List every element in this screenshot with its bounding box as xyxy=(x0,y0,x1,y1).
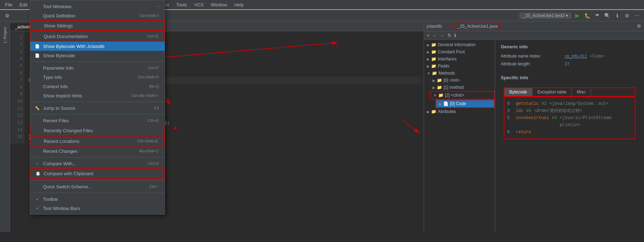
attr-label-name-index: Attribute name index: xyxy=(501,54,565,59)
menu-vcs[interactable]: VCS xyxy=(190,1,207,9)
menu-compare-with[interactable]: ↔ Compare With... Ctrl+D xyxy=(30,159,165,168)
jclasslib-nav: × ← → ↻ ℹ xyxy=(424,31,644,40)
tree-folder-interfaces: 📁 xyxy=(431,57,436,61)
recent-files-label: Recent Files xyxy=(43,118,145,123)
menu-type-info[interactable]: Type Info Ctrl+Shift+P xyxy=(30,72,165,82)
run-config[interactable]: _25_ActiveUse1.test3 ▾ xyxy=(519,12,571,19)
tree-arrow-code: ▶ xyxy=(439,102,442,106)
tree-item-clinit[interactable]: ▼ 📁 [2] <clinit> xyxy=(430,91,495,100)
tool-window-bars-label: Tool Window Bars xyxy=(43,206,159,211)
menu-file[interactable]: File xyxy=(1,1,16,9)
project-tab[interactable]: 1: Project xyxy=(1,24,9,46)
bc-comment-5: <java/io/PrintStream. println> xyxy=(560,114,632,129)
separator-5 xyxy=(30,180,165,181)
menu-context-info[interactable]: Context Info Alt+Q xyxy=(30,82,165,91)
bytecode-tab-misc[interactable]: Misc xyxy=(572,88,591,96)
menu-quick-definition[interactable]: Quick Definition Ctrl+Shift+I xyxy=(30,11,165,20)
show-implicit-hints-icon xyxy=(34,93,40,98)
separator-1 xyxy=(30,61,165,62)
debug-button[interactable]: 🐛 xyxy=(583,11,591,20)
tree-item-methods[interactable]: ▼ 📁 Methods xyxy=(424,70,495,77)
tree-item-general[interactable]: ▶ 📁 General Information xyxy=(424,41,495,48)
quick-doc-label: Quick Documentation xyxy=(44,34,144,39)
menu-show-bytecode-jclasslib[interactable]: 📄 Show Bytecode With Jclasslib xyxy=(30,42,165,51)
menu-tool-window-bars[interactable]: ✓ Tool Window Bars xyxy=(30,204,165,213)
separator-2 xyxy=(30,102,165,102)
jclasslib-filename: _25_ActiveUse1.java xyxy=(454,23,501,30)
tree-item-init[interactable]: ▶ 📁 [0] <init> xyxy=(430,77,495,84)
jclasslib-header: jclasslib: → _25_ActiveUse1.java ⚙ xyxy=(424,21,644,31)
jclasslib-close-icon[interactable]: × xyxy=(427,33,430,38)
menu-window[interactable]: Window xyxy=(207,1,231,9)
specific-info-title: Specific info xyxy=(501,75,638,80)
jclasslib-settings-icon[interactable]: ⚙ xyxy=(637,23,641,29)
tree-arrow-method: ▶ xyxy=(433,86,435,90)
cursor-marker: ● xyxy=(173,125,177,132)
menu-recently-changed[interactable]: Recently Changed Files xyxy=(30,125,165,136)
tree-item-fields[interactable]: ▶ 📁 Fields xyxy=(424,63,495,70)
context-info-shortcut: Alt+Q xyxy=(149,84,159,88)
tree-arrow-interfaces: ▶ xyxy=(427,57,430,61)
menu-help[interactable]: Help xyxy=(231,1,247,9)
menu-show-siblings[interactable]: Show Siblings xyxy=(30,20,165,31)
quick-doc-shortcut: Ctrl+Q xyxy=(147,34,158,38)
bc-line-0: 0 getstatic #2 <java/lang/System. out> xyxy=(507,100,632,107)
tree-item-attributes[interactable]: ▶ 📁 Attributes xyxy=(424,108,495,115)
compare-with-icon: ↔ xyxy=(34,161,40,166)
attr-row-name-index: Attribute name index: cp_info #11 <Code> xyxy=(501,54,638,59)
separator-6 xyxy=(30,193,165,193)
menu-recent-files[interactable]: Recent Files Ctrl+E xyxy=(30,116,165,125)
show-bytecode-jclasslib-label: Show Bytecode With Jclasslib xyxy=(43,44,159,49)
show-bytecode-jclasslib-icon: 📄 xyxy=(34,43,40,49)
toolbar-settings[interactable]: ⚙ xyxy=(623,11,631,20)
toolbar-extra[interactable]: ⋯ xyxy=(633,11,641,20)
run-button[interactable]: ▶ xyxy=(573,11,581,20)
bc-op-5: invokevirtual xyxy=(516,114,549,129)
menu-edit[interactable]: Edit xyxy=(16,1,31,9)
menu-compare-clipboard[interactable]: 📋 Compare with Clipboard xyxy=(30,168,165,179)
type-info-shortcut: Ctrl+Shift+P xyxy=(138,75,159,79)
jclasslib-nav-forward-icon[interactable]: → xyxy=(440,33,445,38)
menu-toolbar[interactable]: ✓ Toolbar xyxy=(30,194,165,204)
tree-folder-fields: 📁 xyxy=(431,64,436,69)
menu-tools[interactable]: Tools xyxy=(173,1,190,9)
jclasslib-nav-back-icon[interactable]: ← xyxy=(433,33,437,38)
toolbar-info[interactable]: ℹ xyxy=(613,11,621,20)
menu-quick-documentation[interactable]: Quick Documentation Ctrl+Q xyxy=(30,31,165,42)
tree-folder-attributes: 📁 xyxy=(431,109,436,114)
recent-changes-label: Recent Changes xyxy=(43,149,136,154)
bytecode-tab-bytecode[interactable]: Bytecode xyxy=(504,88,532,96)
jump-to-source-icon: ✏️ xyxy=(34,105,40,111)
bytecode-tabs-row: Bytecode Exception table Misc xyxy=(504,87,635,97)
jclasslib-info-icon[interactable]: ℹ xyxy=(454,33,456,38)
coverage-button[interactable]: ☂ xyxy=(593,11,601,20)
tree-label-clinit: [2] <clinit> xyxy=(445,93,465,98)
tree-item-method[interactable]: ▶ 📁 [1] method xyxy=(430,84,495,91)
jclasslib-refresh-icon[interactable]: ↻ xyxy=(447,33,451,38)
compare-with-label: Compare With... xyxy=(43,161,145,166)
menu-recent-locations[interactable]: Recent Locations Ctrl+Shift+E xyxy=(30,136,165,146)
show-siblings-label: Show Siblings xyxy=(44,23,158,28)
tree-label-general: General Information xyxy=(438,42,476,47)
menu-show-bytecode[interactable]: 📄 Show Bytecode xyxy=(30,51,165,60)
menu-show-implicit-hints[interactable]: Show Implicit Hints Ctrl+Alt+Shift+= xyxy=(30,91,165,100)
menu-parameter-info[interactable]: Parameter Info Ctrl+P xyxy=(30,63,165,72)
bytecode-tab-exception[interactable]: Exception table xyxy=(532,88,572,96)
toolbar-search[interactable]: 🔍 xyxy=(603,11,611,20)
tree-item-interfaces[interactable]: ▶ 📁 Interfaces xyxy=(424,55,495,63)
jclasslib-panel: jclasslib: → _25_ActiveUse1.java ⚙ × ← →… xyxy=(424,21,644,232)
attr-row-length: Attribute length: 37 xyxy=(501,61,638,66)
menu-tool-windows[interactable]: Tool Windows › xyxy=(30,2,165,11)
type-info-icon xyxy=(34,74,40,80)
tree-folder-general: 📁 xyxy=(431,42,436,47)
toolbar-back[interactable]: ⚙ xyxy=(3,11,11,20)
tree-label-method: [1] method xyxy=(444,85,464,90)
menu-jump-to-source[interactable]: ✏️ Jump to Source F4 xyxy=(30,103,165,113)
tree-item-code[interactable]: ▶ 📄 [0] Code xyxy=(435,100,495,108)
menu-quick-switch[interactable]: Quick Switch Scheme... Ctrl+` xyxy=(30,182,165,191)
attr-val-cp-info[interactable]: cp_info #11 xyxy=(565,54,587,59)
menu-recent-changes[interactable]: Recent Changes Alt+Shift+C xyxy=(30,146,165,156)
tree-item-constant-pool[interactable]: ▶ 📁 Constant Pool xyxy=(424,48,495,55)
quick-def-label: Quick Definition xyxy=(43,13,136,18)
jclasslib-title-label: jclasslib: xyxy=(427,24,443,29)
